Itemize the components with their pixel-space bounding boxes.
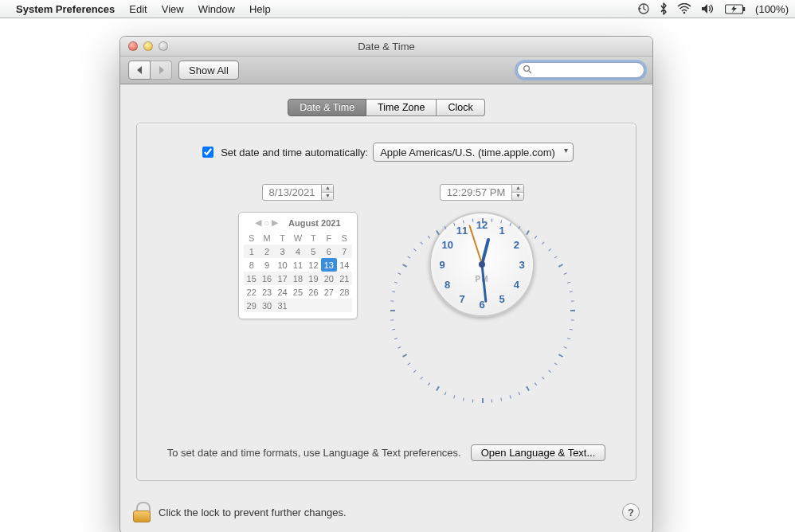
calendar-day[interactable]: 23 — [259, 285, 274, 299]
clock-tick — [428, 382, 430, 385]
stepper-down-icon[interactable]: ▼ — [512, 192, 523, 200]
open-language-text-button[interactable]: Open Language & Text... — [471, 444, 606, 461]
calendar-widget[interactable]: ◀ ○ ▶ August 2021 SMTWTFS 12345678910111… — [238, 212, 358, 319]
calendar-day — [306, 299, 321, 312]
show-all-button[interactable]: Show All — [178, 61, 239, 80]
menu-window[interactable]: Window — [198, 3, 235, 15]
calendar-day[interactable]: 3 — [275, 244, 290, 258]
calendar-day[interactable]: 6 — [321, 244, 336, 258]
stepper-up-icon[interactable]: ▲ — [512, 185, 523, 192]
calendar-day[interactable]: 20 — [321, 272, 336, 285]
calendar-day[interactable]: 14 — [337, 258, 352, 272]
clock-tick — [398, 272, 401, 275]
calendar-today-icon[interactable]: ○ — [264, 218, 268, 228]
clock-tick — [402, 354, 407, 358]
calendar-next-icon[interactable]: ▶ — [272, 217, 277, 228]
calendar-day[interactable]: 28 — [337, 285, 352, 299]
calendar-day[interactable]: 18 — [290, 272, 305, 285]
calendar-day[interactable]: 5 — [306, 244, 321, 258]
clock-tick — [571, 319, 574, 320]
clock-tick — [548, 370, 551, 373]
calendar-dow: S — [244, 231, 259, 244]
clock-numeral: 9 — [435, 259, 449, 271]
time-stepper[interactable]: ▲ ▼ — [512, 184, 524, 201]
calendar-day[interactable]: 1 — [244, 244, 259, 258]
calendar-day[interactable]: 4 — [290, 244, 305, 258]
calendar-day[interactable]: 31 — [275, 299, 290, 312]
search-field[interactable] — [517, 62, 644, 78]
calendar-day[interactable]: 25 — [290, 285, 305, 299]
tab-time-zone[interactable]: Time Zone — [366, 99, 437, 116]
minimize-window-button[interactable] — [143, 41, 153, 51]
help-button[interactable]: ? — [622, 503, 640, 521]
menu-edit[interactable]: Edit — [129, 3, 147, 15]
clock-tick — [570, 310, 575, 311]
time-field[interactable]: 12:29:57 PM — [440, 184, 513, 201]
clock-tick — [564, 272, 567, 275]
lock-icon[interactable] — [133, 502, 151, 522]
calendar-day[interactable]: 22 — [244, 285, 259, 299]
clock-tick — [453, 223, 455, 226]
battery-percent: (100%) — [755, 3, 789, 15]
wifi-icon[interactable] — [677, 3, 691, 14]
time-server-value: Apple Americas/U.S. (time.apple.com) — [380, 147, 555, 158]
auto-datetime-checkbox[interactable] — [202, 147, 213, 158]
clock-tick — [436, 386, 440, 391]
calendar-day[interactable]: 17 — [275, 272, 290, 285]
clock-tick — [526, 386, 530, 391]
volume-icon[interactable] — [701, 3, 715, 14]
clock-pin — [479, 261, 485, 268]
battery-icon[interactable] — [725, 4, 746, 14]
calendar-day[interactable]: 13 — [321, 258, 336, 272]
calendar-day[interactable]: 15 — [244, 272, 259, 285]
calendar-day[interactable]: 11 — [290, 258, 305, 272]
time-server-select[interactable]: Apple Americas/U.S. (time.apple.com) — [373, 143, 574, 162]
tab-bar: Date & Time Time Zone Clock — [136, 99, 636, 116]
calendar-day[interactable]: 21 — [337, 272, 352, 285]
calendar-day[interactable]: 12 — [306, 258, 321, 272]
window-title: Date & Time — [120, 41, 652, 53]
date-field[interactable]: 8/13/2021 — [262, 184, 323, 201]
clock-tick — [421, 241, 423, 244]
system-menubar: System Preferences Edit View Window Help… — [0, 0, 795, 18]
tab-clock[interactable]: Clock — [437, 99, 484, 116]
clock-tick — [421, 377, 423, 380]
app-menu[interactable]: System Preferences — [16, 3, 115, 15]
stepper-down-icon[interactable]: ▼ — [322, 192, 333, 200]
calendar-day[interactable]: 16 — [259, 272, 274, 285]
menu-help[interactable]: Help — [249, 3, 271, 15]
close-window-button[interactable] — [128, 41, 138, 51]
calendar-day[interactable]: 9 — [259, 258, 274, 272]
back-button[interactable] — [128, 61, 151, 80]
date-stepper[interactable]: ▲ ▼ — [322, 184, 334, 201]
calendar-day[interactable]: 7 — [337, 244, 352, 258]
date-column: 8/13/2021 ▲ ▼ ◀ ○ ▶ August 2021 — [238, 184, 358, 319]
calendar-day[interactable]: 10 — [275, 258, 290, 272]
calendar-day[interactable]: 8 — [244, 258, 259, 272]
calendar-day[interactable]: 30 — [259, 299, 274, 312]
clock-tick — [402, 264, 407, 268]
time-machine-icon[interactable] — [637, 2, 650, 15]
clock-tick — [510, 223, 511, 226]
window-titlebar[interactable]: Date & Time — [120, 37, 652, 57]
calendar-day[interactable]: 26 — [306, 285, 321, 299]
calendar-day[interactable]: 29 — [244, 299, 259, 312]
menu-view[interactable]: View — [162, 3, 184, 15]
calendar-day — [321, 299, 336, 312]
calendar-day[interactable]: 19 — [306, 272, 321, 285]
clock-tick — [491, 399, 492, 402]
calendar-day[interactable]: 2 — [259, 244, 274, 258]
clock-tick — [413, 370, 417, 373]
clock-tick — [392, 291, 395, 292]
calendar-day[interactable]: 27 — [321, 285, 336, 299]
svg-line-5 — [529, 71, 531, 73]
stepper-up-icon[interactable]: ▲ — [322, 185, 333, 192]
calendar-dow: T — [275, 231, 290, 244]
forward-button[interactable] — [151, 61, 172, 80]
bluetooth-icon[interactable] — [660, 2, 668, 15]
calendar-day[interactable]: 24 — [275, 285, 290, 299]
clock-tick — [500, 220, 502, 223]
tab-date-time[interactable]: Date & Time — [288, 99, 366, 116]
search-input[interactable] — [535, 64, 639, 76]
calendar-prev-icon[interactable]: ◀ — [255, 217, 260, 228]
